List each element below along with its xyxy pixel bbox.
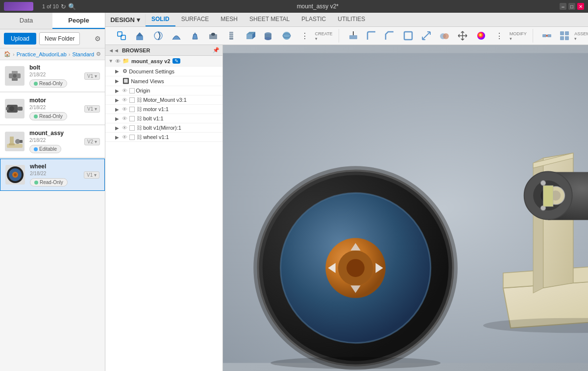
tree-item-doc-settings[interactable]: ▶ ⚙ Document Settings bbox=[105, 67, 222, 76]
breadcrumb-lab[interactable]: Practice_AbudoriLab bbox=[17, 51, 67, 57]
rigid-group-button[interactable] bbox=[557, 29, 572, 43]
tab-data[interactable]: Data bbox=[0, 13, 52, 29]
refresh-button[interactable]: ↻ bbox=[61, 3, 66, 10]
bolt-v1-box-icon[interactable] bbox=[129, 116, 135, 121]
search-button[interactable]: 🔍 bbox=[68, 3, 76, 10]
viewport[interactable] bbox=[223, 45, 588, 371]
revolve-button[interactable] bbox=[150, 29, 166, 43]
modify-more-button[interactable]: ⋮ bbox=[491, 29, 507, 43]
tree-item-bolt-v1[interactable]: ▶ 👁 ⛓ bolt v1:1 bbox=[105, 114, 222, 123]
expand-doc-settings-icon[interactable]: ▶ bbox=[115, 69, 121, 74]
browser-back-arrow[interactable]: ◄◄ bbox=[108, 47, 119, 53]
breadcrumb: 🏠 › Practice_AbudoriLab › Standard ⚙ bbox=[0, 48, 105, 60]
motor-mount-box-icon[interactable] bbox=[129, 97, 135, 103]
bolt-badge-icon bbox=[34, 82, 38, 86]
create-more-button[interactable]: ⋮ bbox=[296, 29, 313, 43]
new-component-button[interactable] bbox=[113, 29, 129, 43]
hole-button[interactable] bbox=[205, 29, 221, 43]
svg-point-25 bbox=[211, 33, 215, 36]
wheel-v1-box-icon[interactable] bbox=[129, 135, 135, 140]
scale-button[interactable] bbox=[418, 29, 434, 43]
wheel-name: wheel bbox=[30, 163, 81, 170]
origin-eye-icon[interactable]: 👁 bbox=[122, 88, 127, 93]
tab-utilities[interactable]: UTILITIES bbox=[332, 13, 371, 26]
motor-box-icon[interactable] bbox=[129, 107, 135, 112]
file-item-mount-assy[interactable]: mount_assy 2/18/22 Editable V2 ▾ bbox=[0, 126, 105, 158]
tab-surface[interactable]: SURFACE bbox=[175, 13, 215, 26]
bolt-badge: Read-Only bbox=[29, 79, 67, 88]
svg-rect-10 bbox=[9, 143, 15, 145]
expand-named-views-icon[interactable]: ▶ bbox=[115, 78, 121, 84]
bolt-mirror-eye-icon[interactable]: 👁 bbox=[122, 125, 127, 131]
tree-item-named-views[interactable]: ▶ 🔲 Named Views bbox=[105, 76, 222, 86]
expand-bolt-v1-icon[interactable]: ▶ bbox=[115, 116, 121, 121]
motor-eye-icon[interactable]: 👁 bbox=[122, 106, 127, 112]
named-views-label: Named Views bbox=[131, 78, 220, 84]
tab-solid[interactable]: SOLID bbox=[146, 13, 175, 26]
root-triangle-icon: ▼ bbox=[108, 58, 113, 64]
cylinder-button[interactable] bbox=[260, 29, 276, 43]
tree-item-motor-mount[interactable]: ▶ 👁 ⛓ Motor_Mount v3:1 bbox=[105, 95, 222, 105]
bolt-v1-link-icon: ⛓ bbox=[137, 116, 142, 121]
file-thumb-mount bbox=[5, 132, 24, 151]
modify-group: ⋮ MODIFY ▾ bbox=[342, 29, 533, 43]
extrude-button[interactable] bbox=[132, 29, 148, 43]
settings-gear-button[interactable]: ⚙ bbox=[95, 35, 101, 43]
minimize-button[interactable]: – bbox=[560, 3, 566, 10]
design-dropdown[interactable]: DESIGN ▾ bbox=[105, 14, 146, 25]
appearance-button[interactable] bbox=[473, 29, 489, 43]
tab-sheet-metal[interactable]: SHEET METAL bbox=[244, 13, 295, 26]
create-more-icon: ⋮ bbox=[299, 30, 311, 42]
file-list: bolt 2/18/22 Read-Only V1 ▾ bbox=[0, 60, 105, 371]
breadcrumb-gear-icon[interactable]: ⚙ bbox=[96, 51, 101, 57]
close-button[interactable]: ✕ bbox=[577, 3, 584, 10]
create-group: ⋮ CREATE ▾ bbox=[110, 29, 339, 43]
bolt-mirror-box-icon[interactable] bbox=[129, 125, 135, 131]
tree-item-bolt-mirror[interactable]: ▶ 👁 ⛓ bolt v1(Mirror):1 bbox=[105, 123, 222, 133]
browser-title-label: BROWSER bbox=[122, 47, 213, 53]
file-item-bolt[interactable]: bolt 2/18/22 Read-Only V1 ▾ bbox=[0, 60, 105, 92]
sweep-button[interactable] bbox=[168, 29, 184, 43]
tab-plastic[interactable]: PLASTIC bbox=[295, 13, 332, 26]
home-icon[interactable]: 🏠 bbox=[4, 51, 11, 57]
maximize-button[interactable]: □ bbox=[568, 3, 575, 10]
tab-people[interactable]: People bbox=[52, 13, 105, 29]
new-folder-button[interactable]: New Folder bbox=[39, 32, 80, 45]
tab-mesh[interactable]: MESH bbox=[215, 13, 244, 26]
box-button[interactable] bbox=[242, 29, 258, 43]
move-copy-button[interactable] bbox=[455, 29, 471, 43]
tree-item-wheel-v1[interactable]: ▶ 👁 ⛓ wheel v1:1 bbox=[105, 133, 222, 142]
file-item-wheel[interactable]: wheel 2/18/22 Read-Only V1 ▾ bbox=[0, 159, 105, 191]
browser-pin-icon[interactable]: 📌 bbox=[213, 47, 220, 53]
press-pull-button[interactable] bbox=[345, 29, 361, 43]
sphere-button[interactable] bbox=[278, 29, 294, 43]
wheel-v1-eye-icon[interactable]: 👁 bbox=[122, 134, 127, 140]
bolt-v1-eye-icon[interactable]: 👁 bbox=[122, 116, 127, 121]
file-item-motor[interactable]: motor 2/18/22 Read-Only V1 ▾ bbox=[0, 93, 105, 125]
tree-item-motor[interactable]: ▶ 👁 ⛓ motor v1:1 bbox=[105, 105, 222, 114]
viewport-svg bbox=[223, 45, 588, 371]
shell-button[interactable] bbox=[400, 29, 416, 43]
upload-button[interactable]: Upload bbox=[4, 33, 36, 45]
joint-button[interactable] bbox=[539, 29, 555, 43]
tree-item-origin[interactable]: ▶ 👁 Origin bbox=[105, 86, 222, 95]
combine-button[interactable] bbox=[436, 29, 452, 43]
breadcrumb-standard[interactable]: Standard bbox=[72, 51, 94, 57]
expand-motor-mount-icon[interactable]: ▶ bbox=[115, 97, 121, 103]
main-layout: Data People Upload New Folder ⚙ 🏠 › Prac… bbox=[0, 13, 588, 371]
wheel-v1-label: wheel v1:1 bbox=[143, 134, 220, 140]
fillet-button[interactable] bbox=[363, 29, 379, 43]
origin-box-icon[interactable] bbox=[129, 88, 135, 93]
expand-bolt-mirror-icon[interactable]: ▶ bbox=[115, 125, 121, 131]
expand-wheel-v1-icon[interactable]: ▶ bbox=[115, 135, 121, 140]
browser-root-item[interactable]: ▼ 👁 📁 mount_assy v2 ✎ bbox=[105, 56, 222, 67]
loft-button[interactable] bbox=[187, 29, 203, 43]
thread-button[interactable] bbox=[223, 29, 240, 43]
expand-origin-icon[interactable]: ▶ bbox=[115, 88, 121, 93]
chamfer-button[interactable] bbox=[382, 29, 398, 43]
expand-motor-icon[interactable]: ▶ bbox=[115, 107, 121, 112]
file-thumb-wheel bbox=[5, 165, 25, 185]
root-edit-badge[interactable]: ✎ bbox=[172, 58, 180, 64]
app-logo bbox=[4, 2, 33, 11]
motor-mount-eye-icon[interactable]: 👁 bbox=[122, 97, 127, 103]
